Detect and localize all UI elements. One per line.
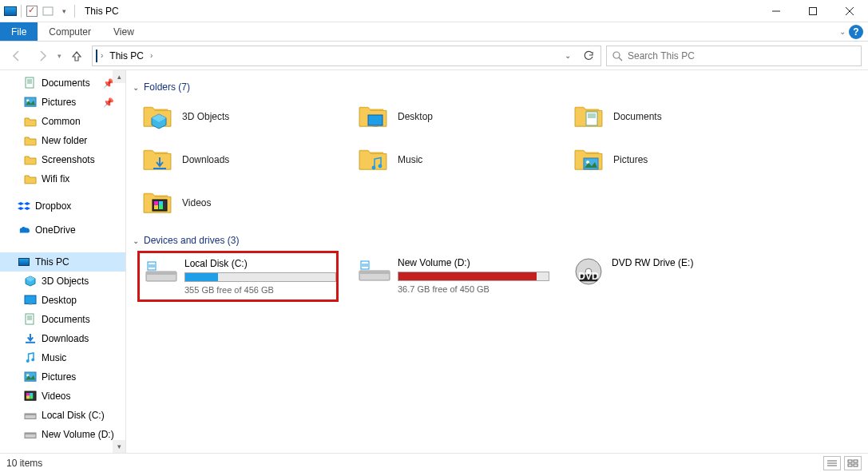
svg-rect-62 [848,460,852,462]
nav-back-button[interactable] [6,46,27,66]
group-title: Devices and drives (3) [144,235,239,246]
folder-icon [24,173,37,185]
status-items-count: 10 items [6,458,42,469]
main-area: ▴ Documents 📌 Pictures 📌 Common New fold… [0,70,868,453]
folder-label: Documents [613,111,662,122]
tree-item-this-pc[interactable]: This PC [0,252,125,272]
drive-label: DVD RW Drive (E:) [612,257,760,268]
breadcrumb-this-pc[interactable]: This PC [106,50,147,61]
tab-computer[interactable]: Computer [38,22,102,41]
ribbon-expand-icon[interactable]: ⌄ [839,27,846,36]
folder-item[interactable]: Downloads [137,141,329,179]
group-header-folders[interactable]: ⌄ Folders (7) [131,78,863,97]
refresh-button[interactable] [580,50,597,61]
folder-item[interactable]: 3D Objects [137,97,329,136]
folder-label: Videos [182,197,211,208]
content-pane: ⌄ Folders (7) 3D Objects Desktop Documen… [126,70,868,453]
svg-rect-25 [26,393,30,396]
tree-item[interactable]: Videos [0,387,125,406]
tree-label: Pictures [42,97,76,108]
folder-label: Music [398,154,422,165]
tree-item[interactable]: Downloads [0,329,125,348]
disk-icon [24,428,37,441]
folder-label: 3D Objects [182,111,229,122]
drive-item[interactable]: Local Disk (C:) 355 GB free of 456 GB [137,251,339,302]
folder-item[interactable]: Music [353,141,545,179]
tree-item[interactable]: Local Disk (C:) [0,406,125,425]
folder-item[interactable]: Pictures [569,141,760,179]
tree-item[interactable]: Dropbox [0,196,125,216]
svg-rect-53 [359,271,390,274]
svg-rect-47 [154,205,158,209]
tree-item[interactable]: Documents 📌 [0,73,125,93]
tree-label: Local Disk (C:) [42,410,105,421]
tree-item[interactable]: Wifi fix [0,169,125,188]
svg-rect-22 [25,372,36,381]
svg-rect-11 [25,97,36,106]
help-icon[interactable]: ? [849,25,863,39]
address-bar[interactable]: › This PC › ⌄ [92,46,601,66]
svg-rect-48 [159,205,163,209]
tree-item[interactable]: Music [0,348,125,367]
chevron-down-icon: ⌄ [133,236,139,245]
tab-view[interactable]: View [102,22,145,41]
folder-icon [24,153,37,166]
tree-item[interactable]: Common [0,112,125,131]
folder-item[interactable]: Videos [137,184,329,222]
svg-rect-2 [810,7,817,14]
disk-icon [24,409,37,422]
tree-label: Videos [42,391,70,402]
group-header-drives[interactable]: ⌄ Devices and drives (3) [131,232,863,251]
tree-item[interactable]: OneDrive [0,220,125,240]
tree-label: Dropbox [35,200,71,212]
tree-item[interactable]: Desktop [0,291,125,310]
svg-rect-64 [848,464,852,466]
address-dropdown-icon[interactable]: ⌄ [559,51,577,60]
music-icon [24,351,37,364]
svg-rect-45 [154,201,158,205]
tree-label: Documents [42,77,90,89]
tree-item[interactable]: Screenshots [0,150,125,169]
app-icon [3,4,18,18]
tree-item[interactable]: Documents [0,310,125,329]
chevron-down-icon: ⌄ [133,83,139,92]
minimize-button[interactable] [758,0,795,22]
documents-folder-icon [573,101,605,133]
folder-item[interactable]: Documents [569,97,760,136]
tree-label: 3D Objects [42,276,89,287]
desktop-icon [24,294,37,307]
tree-label: Music [42,352,66,363]
tree-item[interactable]: New Volume (D:) [0,425,125,444]
nav-recent-dropdown[interactable]: ▾ [57,52,61,60]
downloads-folder-icon [142,144,174,176]
drive-item[interactable]: New Volume (D:) 36.7 GB free of 450 GB [351,251,553,302]
quickaccess-checkbox-icon[interactable] [25,4,39,18]
chevron-right-icon[interactable]: › [150,51,153,60]
drive-item[interactable]: DVD DVD RW Drive (E:) [565,251,767,302]
tree-item[interactable]: New folder [0,131,125,150]
folder-item[interactable]: Desktop [353,97,545,136]
search-input[interactable] [628,50,856,61]
folder-label: Pictures [613,154,648,165]
quickaccess-dropdown-icon[interactable]: ▾ [57,4,71,18]
tree-item[interactable]: Pictures 📌 [0,93,125,112]
svg-rect-33 [368,115,382,125]
search-box[interactable] [606,46,862,66]
tree-item[interactable]: 3D Objects [0,272,125,291]
nav-forward-button[interactable] [32,46,53,66]
nav-up-button[interactable] [66,46,87,66]
quickaccess-blank-icon[interactable] [41,4,55,18]
svg-rect-46 [159,201,163,205]
address-icon [96,50,97,61]
videos-folder-icon [142,187,174,219]
view-details-button[interactable] [823,456,841,470]
tree-item[interactable]: Pictures [0,367,125,387]
scroll-up-button[interactable]: ▴ [113,70,125,83]
tab-file[interactable]: File [0,22,38,41]
chevron-right-icon[interactable]: › [101,51,103,60]
view-tiles-button[interactable] [844,456,862,470]
scroll-down-button[interactable]: ▾ [113,440,125,453]
maximize-button[interactable] [795,0,831,22]
desktop-folder-icon [358,101,390,133]
close-button[interactable] [831,0,868,22]
